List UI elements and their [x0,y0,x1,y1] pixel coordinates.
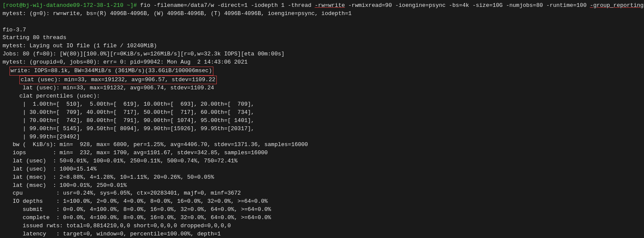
line-iops: iops : min= 232, max= 1700, avg=1101.67,… [3,149,641,157]
line-layout: mytest: Laying out IO file (1 file / 102… [3,42,641,50]
clat-box: clat (usec): min=33, max=191232, avg=906… [19,76,216,85]
line-pct-1: | 1.00th=[ 510], 5.00th=[ 619], 10.00th=… [3,101,641,109]
line-mytest: mytest: (groupid=0, jobs=80): err= 0: pi… [3,58,641,67]
line-complete: complete : 0=0.0%, 4=100.0%, 8=0.0%, 16=… [3,214,641,222]
line-jobs: Jobs: 80 (f=80): [W(80)][100.0%][r=0KiB/… [3,50,641,58]
prompt: [root@bj-wlj-datanode09-172-38-1-210 ~]# [3,2,137,9]
terminal-window: [root@bj-wlj-datanode09-172-38-1-210 ~]#… [0,0,644,238]
line-cpu: cpu : usr=0.24%, sys=6.05%, ctx=20283401… [3,189,641,198]
line-pct-5: | 99.99th=[29492] [3,133,641,141]
line-blank-1 [3,18,641,26]
line-lat-usec2: lat (usec) : 1000=15.14% [3,165,641,174]
line-write: write: IOPS=88.1k, BW=344MiB/s (361MB/s)… [3,67,641,76]
command-text: fio -filename=/data7/w -direct=1 -iodept… [137,2,644,9]
line-clat1: clat (usec): min=33, max=191232, avg=906… [3,76,641,85]
line-pct-4: | 99.00th=[ 5145], 99.50th=[ 8094], 99.9… [3,125,641,133]
line-fio: fio-3.7 [3,26,641,34]
line-lat-msec2: lat (msec) : 100=0.01%, 250=0.01% [3,182,641,190]
line-lat: lat (usec): min=33, max=191232, avg=906.… [3,84,641,92]
line-lat-msec1: lat (msec) : 2=8.88%, 4=1.28%, 10=1.11%,… [3,174,641,182]
line-latency: latency : target=0, window=0, percentile… [3,230,641,238]
line-1: mytest: (g=0): rw=write, bs=(R) 4096B-40… [3,10,641,18]
line-io-depths: IO depths : 1=100.0%, 2=0.0%, 4=0.0%, 8=… [3,198,641,206]
line-clat-pct-hdr: clat percentiles (usec): [3,92,641,101]
line-bw: bw ( KiB/s): min= 928, max= 6800, per=1.… [3,141,641,149]
write-stats-box: write: IOPS=88.1k, BW=344MiB/s (361MB/s)… [9,67,213,76]
line-submit: submit : 0=0.0%, 4=100.0%, 8=0.0%, 16=0.… [3,206,641,214]
line-lat-usec1: lat (usec) : 50=0.01%, 100=0.01%, 250=0.… [3,157,641,165]
line-starting: Starting 80 threads [3,34,641,42]
line-issued: issued rwts: total=0,8814210,0,0 short=0… [3,222,641,230]
line-pct-2: | 30.00th=[ 709], 40.00th=[ 717], 50.00t… [3,109,641,117]
prompt-line: [root@bj-wlj-datanode09-172-38-1-210 ~]#… [3,2,641,10]
line-pct-3: | 70.00th=[ 742], 80.00th=[ 791], 90.00t… [3,117,641,125]
